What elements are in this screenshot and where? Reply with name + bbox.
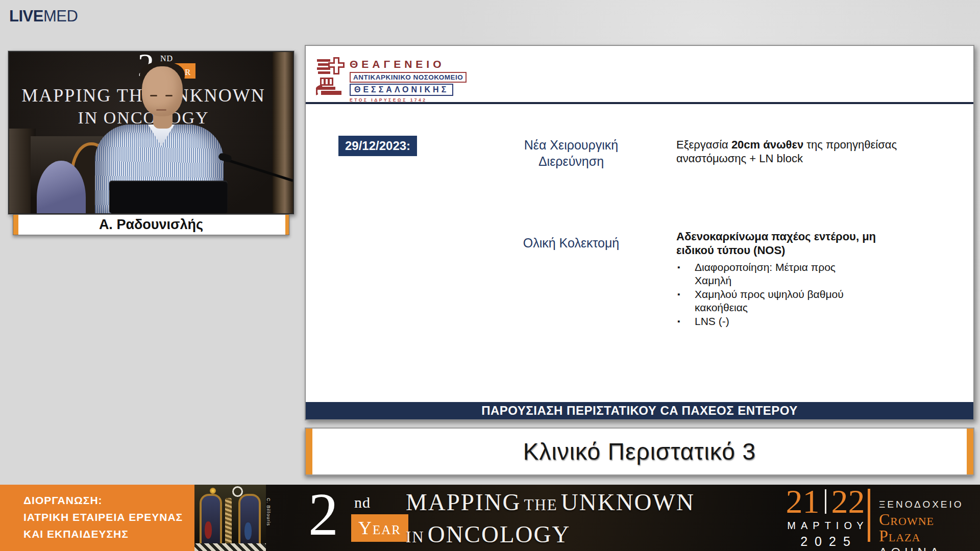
hospital-subtitle: ΑΝΤΙΚΑΡΚΙΝΙΚΟ ΝΟΣΟΚΟΜΕΙΟ [350, 72, 467, 83]
slide-footer-bar: ΠΑΡΟΥΣΙΑΣΗ ΠΕΡΙΣΤΑΤΙΚΟΥ CA ΠΑΧΕΟΣ ΕΝΤΕΡΟ… [306, 402, 973, 419]
title-word-mapping: MAPPING [406, 489, 521, 515]
organizer-line1: ΔΙΟΡΓΑΝΩΣΗ: [23, 492, 194, 509]
case-title-banner: Κλινικό Περιστατικό 3 [305, 428, 974, 475]
artwork-sun-icon [210, 488, 216, 494]
bullet-text: Χαμηλού προς υψηλού βαθμού κακοήθειας [695, 288, 844, 313]
venue-name: Crowne Plaza [879, 511, 980, 544]
bullet-text: Διαφοροποίηση: Μέτρια προς Χαμηλή [695, 261, 836, 286]
hospital-name: ΘΕΑΓΕΝΕΙΟ [350, 58, 467, 70]
title-word-oncology: ONCOLOGY [428, 521, 571, 547]
dates-divider [825, 489, 826, 514]
event-day2: 22 [831, 486, 865, 517]
livemed-logo-med: MED [43, 7, 78, 25]
pathology-bullet-list: Διαφοροποίηση: Μέτρια προς Χαμηλή Χαμηλο… [676, 261, 850, 328]
event-month: ΜΑΡΤΙΟΥ [780, 520, 871, 532]
livemed-logo-live: LIVE [9, 7, 43, 25]
pathology-bullet: Διαφοροποίηση: Μέτρια προς Χαμηλή [676, 261, 850, 287]
artwork-figure-blue [244, 522, 252, 540]
artwork-checker-floor [194, 543, 266, 551]
bullet-text: LNS (-) [695, 315, 729, 327]
footer-year-number: 2 [308, 482, 338, 548]
pathology-heading-line1: Αδενοκαρκίνωμα παχέος εντέρου, μη [676, 230, 896, 243]
hospital-building-icon [316, 56, 346, 97]
pathology-bullet: LNS (-) [676, 315, 850, 328]
speaker-name-bar: Α. Ραδουνισλής [13, 214, 289, 235]
footer-year-logo: 2 nd Year [308, 485, 405, 551]
artwork-figure-red [205, 521, 212, 539]
speaker-eye-left [150, 95, 157, 96]
footer-year-sup: nd [354, 494, 371, 511]
row1-text-line2: αναστόμωσης + LN block [676, 152, 901, 165]
footer-year-word: Year [351, 514, 408, 542]
row1-text-prefix: Εξεργασία [676, 138, 731, 151]
organizer-line3: ΚΑΙ ΕΚΠΑΙΔΕΥΣΗΣ [23, 525, 194, 542]
speaker-video: 2 ND Year MAPPING THE UNKNOWN IN ONCOLOG… [8, 51, 294, 214]
speaker-eye-right [165, 95, 173, 96]
artwork-column-icon [225, 498, 232, 545]
row1-label: Νέα Χειρουργική Διερεύνηση [510, 137, 632, 169]
row1-text-bold: 20cm άνωθεν [731, 138, 803, 151]
footer-orange-divider [868, 489, 870, 542]
event-venue: ΞΕΝΟΔΟΧΕΙΟ Crowne Plaza ΑΘΗΝΑ [879, 499, 980, 551]
venue-city: ΑΘΗΝΑ [879, 545, 980, 551]
footer-artwork [194, 485, 266, 551]
slide-header-divider [306, 102, 973, 104]
row1-label-line1: Νέα Χειρουργική [510, 137, 632, 153]
speaker-name: Α. Ραδουνισλής [13, 215, 289, 235]
hospital-logo-text: ΘΕΑΓΕΝΕΙΟ ΑΝΤΙΚΑΡΚΙΝΙΚΟ ΝΟΣΟΚΟΜΕΙΟ ΘΕΣΣΑ… [350, 58, 467, 103]
hospital-city: ΘΕΣΣΑΛΟΝΙΚΗΣ [350, 84, 453, 96]
pathology-heading-line2: ειδικού τύπου (NOS) [676, 243, 896, 257]
case-title: Κλινικό Περιστατικό 3 [306, 429, 973, 474]
title-word-unknown: UNKNOWN [561, 489, 695, 515]
organizer-block: ΔΙΟΡΓΑΝΩΣΗ: ΙΑΤΡΙΚΗ ΕΤΑΙΡΕΙΑ ΕΡΕΥΝΑΣ ΚΑΙ… [0, 485, 194, 551]
event-day1: 21 [786, 486, 820, 517]
pathology-bullet: Χαμηλού προς υψηλού βαθμού κακοήθειας [676, 288, 850, 314]
footer-event-title: MAPPING THE UNKNOWN IN ONCOLOGY [406, 489, 695, 551]
artwork-ring-icon [232, 486, 243, 497]
livemed-logo: LIVEMED [9, 7, 78, 26]
venue-label: ΞΕΝΟΔΟΧΕΙΟ [879, 499, 980, 510]
row2-text: Αδενοκαρκίνωμα παχέος εντέρου, μη ειδικο… [676, 230, 896, 328]
presentation-slide: ΘΕΑΓΕΝΕΙΟ ΑΝΤΙΚΑΡΚΙΝΙΚΟ ΝΟΣΟΚΟΜΕΙΟ ΘΕΣΣΑ… [305, 45, 974, 420]
title-word-the: THE [524, 496, 558, 514]
title-word-in: IN [406, 528, 425, 546]
livestream-page: LIVEMED 2 ND Year MAPPING THE UNKNOWN IN… [0, 0, 980, 551]
date-badge: 29/12/2023: [338, 136, 417, 156]
event-year: 2025 [780, 534, 871, 549]
row1-label-line2: Διερεύνηση [510, 153, 632, 169]
event-dates: 21 22 ΜΑΡΤΙΟΥ 2025 [780, 486, 871, 549]
row2-label: Ολική Κολεκτομή [510, 236, 632, 251]
artwork-arch-left-icon [200, 494, 222, 547]
row1-text-rest: της προηγηθείσας [803, 138, 897, 151]
speaker-mouth [156, 109, 166, 111]
row1-text-line1: Εξεργασία 20cm άνωθεν της προηγηθείσας [676, 138, 901, 152]
microphone-icon [201, 149, 293, 190]
row1-text: Εξεργασία 20cm άνωθεν της προηγηθείσας α… [676, 138, 901, 165]
artwork-credit: C. Billouris [266, 498, 271, 549]
organizer-line2: ΙΑΤΡΙΚΗ ΕΤΑΙΡΕΙΑ ΕΡΕΥΝΑΣ [23, 509, 194, 525]
